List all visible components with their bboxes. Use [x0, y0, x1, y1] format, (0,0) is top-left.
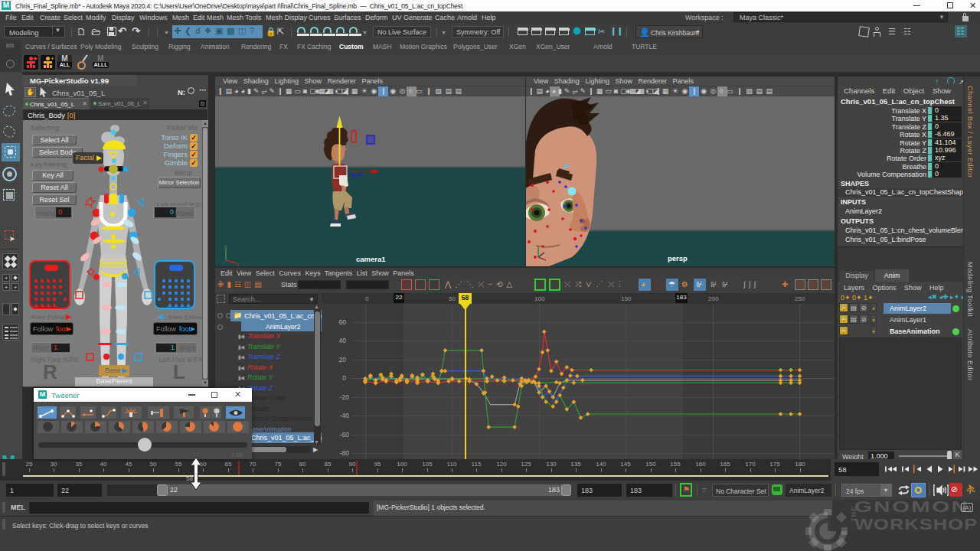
- svg-text:y: y: [224, 243, 227, 249]
- svg-text:x: x: [237, 262, 240, 266]
- svg-text:persp: persp: [668, 254, 688, 262]
- svg-text:camera1: camera1: [356, 255, 386, 263]
